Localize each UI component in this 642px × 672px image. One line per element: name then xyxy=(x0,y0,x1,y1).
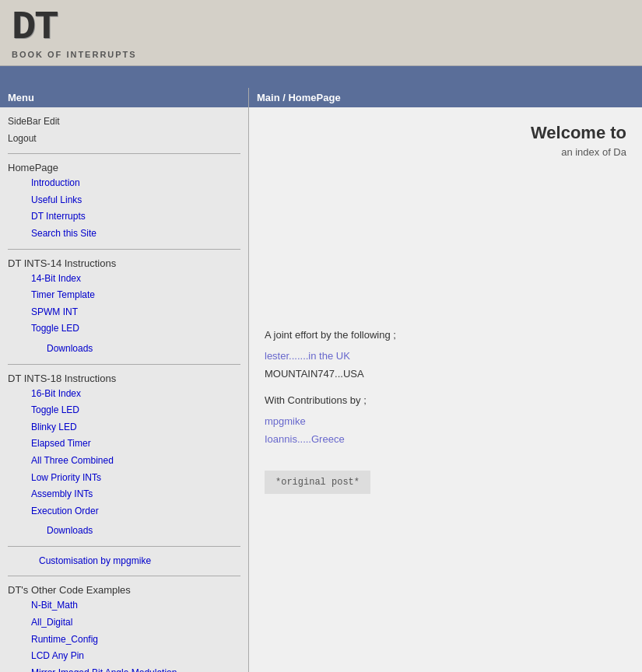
sidebar-item-all-digital[interactable]: All_Digital xyxy=(8,614,240,632)
sidebar-item-toggle-led-18[interactable]: Toggle LED xyxy=(8,402,240,419)
sidebar-customisation[interactable]: Customisation by mpgmike xyxy=(8,553,240,570)
sidebar-item-16bit-index[interactable]: 16-Bit Index xyxy=(8,386,240,403)
site-header: DT BOOK OF INTERRUPTS xyxy=(0,0,642,66)
sidebar-item-toggle-led-14[interactable]: Toggle LED xyxy=(8,320,240,338)
divider-2 xyxy=(8,249,240,250)
sidebar-item-search[interactable]: Search this Site xyxy=(8,226,240,243)
sidebar-item-introduction[interactable]: Introduction xyxy=(8,175,240,192)
section-title-ints18: DT INTS-18 Instructions xyxy=(8,373,240,384)
sidebar-downloads-14[interactable]: Downloads xyxy=(8,341,240,358)
section-title-homepage: HomePage xyxy=(8,162,240,173)
contributor-mountain: MOUNTAIN747...USA xyxy=(265,365,626,383)
contributions-label: With Contributions by ; xyxy=(265,394,626,406)
divider-4 xyxy=(8,546,240,547)
content-body: Welcome to an index of Da A joint effort… xyxy=(249,107,642,509)
content-image xyxy=(265,173,626,329)
divider-3 xyxy=(8,364,240,365)
original-post-box: *original post* xyxy=(265,471,370,494)
sidebar-header: Menu xyxy=(0,88,248,107)
section-ints18: DT INTS-18 Instructions 16-Bit Index Tog… xyxy=(8,373,240,540)
sidebar-item-nbit-math[interactable]: N-Bit_Math xyxy=(8,597,240,614)
sidebar: Menu SideBar Edit Logout HomePage Introd… xyxy=(0,88,249,672)
section-homepage: HomePage Introduction Useful Links DT In… xyxy=(8,162,240,242)
main-layout: Menu SideBar Edit Logout HomePage Introd… xyxy=(0,88,642,672)
sidebar-item-lcd-any-pin[interactable]: LCD Any Pin xyxy=(8,648,240,665)
sidebar-item-dt-interrupts[interactable]: DT Interrupts xyxy=(8,208,240,226)
sidebar-item-useful-links[interactable]: Useful Links xyxy=(8,192,240,209)
contributor-ioannis[interactable]: Ioannis.....Greece xyxy=(265,430,626,448)
content-area: Main / HomePage Welcome to an index of D… xyxy=(249,88,642,672)
section-other: DT's Other Code Examples N-Bit_Math All_… xyxy=(8,584,240,672)
content-header: Main / HomePage xyxy=(249,88,642,107)
sidebar-content: SideBar Edit Logout HomePage Introductio… xyxy=(0,107,248,672)
welcome-title: Welcome to xyxy=(265,123,626,143)
sidebar-item-14bit-index[interactable]: 14-Bit Index xyxy=(8,271,240,288)
nav-bar xyxy=(0,66,642,88)
logo-subtitle: BOOK OF INTERRUPTS xyxy=(12,50,630,59)
sidebar-item-all-three-combined[interactable]: All Three Combined xyxy=(8,453,240,470)
welcome-subtitle: an index of Da xyxy=(265,146,626,158)
sidebar-item-timer-template[interactable]: Timer Template xyxy=(8,287,240,304)
section-title-other: DT's Other Code Examples xyxy=(8,584,240,596)
logo: DT xyxy=(12,8,630,48)
divider-1 xyxy=(8,153,240,154)
sidebar-item-elapsed-timer[interactable]: Elapsed Timer xyxy=(8,436,240,453)
joint-effort-text: A joint effort by the following ; xyxy=(265,329,626,341)
contributor-mpgmike[interactable]: mpgmike xyxy=(265,412,626,430)
section-ints14: DT INTS-14 Instructions 14-Bit Index Tim… xyxy=(8,257,240,358)
section-title-ints14: DT INTS-14 Instructions xyxy=(8,257,240,269)
contributor-lester[interactable]: lester.......in the UK xyxy=(265,347,626,365)
logout-link[interactable]: Logout xyxy=(8,131,240,148)
sidebar-item-blinky-led[interactable]: Blinky LED xyxy=(8,419,240,436)
contributions-section: With Contributions by ; mpgmike Ioannis.… xyxy=(265,394,626,449)
sidebar-edit-link[interactable]: SideBar Edit xyxy=(8,114,240,131)
sidebar-item-mirror-imaged[interactable]: Mirror Imaged Bit Angle Modulation xyxy=(8,665,240,672)
sidebar-item-spwm-int[interactable]: SPWM INT xyxy=(8,304,240,321)
sidebar-item-runtime-config[interactable]: Runtime_Config xyxy=(8,632,240,649)
sidebar-item-execution-order[interactable]: Execution Order xyxy=(8,503,240,520)
sidebar-downloads-18[interactable]: Downloads xyxy=(8,523,240,540)
sidebar-item-assembly-ints[interactable]: Assembly INTs xyxy=(8,486,240,503)
divider-5 xyxy=(8,576,240,576)
sidebar-item-low-priority[interactable]: Low Priority INTs xyxy=(8,470,240,487)
